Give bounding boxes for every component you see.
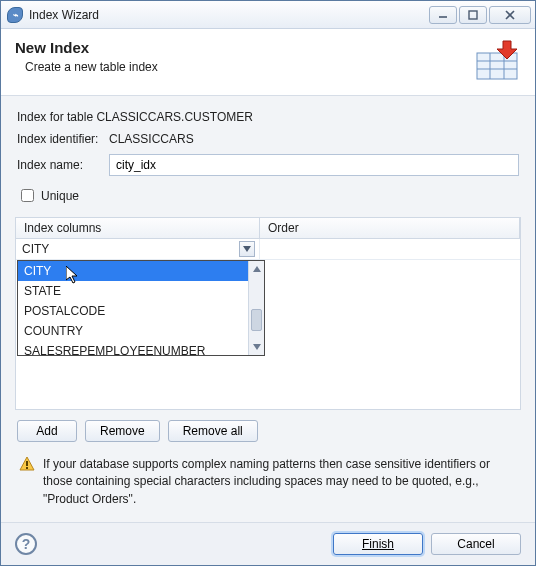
svg-rect-4	[477, 53, 517, 79]
page-subtitle: Create a new table index	[25, 60, 465, 74]
warning-icon	[19, 456, 35, 472]
column-buttons: Add Remove Remove all	[17, 420, 519, 442]
order-cell[interactable]	[260, 239, 520, 259]
warning-note: If your database supports complex naming…	[19, 456, 517, 508]
scrollbar-thumb[interactable]	[251, 309, 262, 331]
svg-rect-10	[26, 467, 28, 469]
name-label: Index name:	[17, 158, 109, 172]
titlebar: ⌁ Index Wizard	[1, 1, 535, 29]
unique-row: Unique	[17, 186, 519, 205]
dropdown-scrollbar[interactable]	[248, 261, 264, 355]
warning-text: If your database supports complex naming…	[43, 456, 517, 508]
columns-table: Index columns Order CITY CITY	[15, 217, 521, 410]
finish-label: Finish	[362, 537, 394, 551]
wizard-body: Index for table CLASSICCARS.CUSTOMER Ind…	[1, 96, 535, 522]
minimize-button[interactable]	[429, 6, 457, 24]
dropdown-item-salesrep[interactable]: SALESREPEMPLOYEENUMBER	[18, 341, 248, 355]
close-button[interactable]	[489, 6, 531, 24]
index-wizard-window: ⌁ Index Wizard New Index Create a new ta…	[0, 0, 536, 566]
page-title: New Index	[15, 39, 465, 56]
unique-checkbox[interactable]	[21, 189, 34, 202]
identifier-label: Index identifier:	[17, 132, 109, 146]
dropdown-item-postalcode[interactable]: POSTALCODE	[18, 301, 248, 321]
dropdown-item-city[interactable]: CITY	[18, 261, 248, 281]
unique-label: Unique	[41, 189, 79, 203]
svg-rect-9	[26, 461, 28, 466]
index-table-line: Index for table CLASSICCARS.CUSTOMER	[17, 110, 519, 124]
cancel-button[interactable]: Cancel	[431, 533, 521, 555]
help-icon[interactable]: ?	[15, 533, 37, 555]
window-title: Index Wizard	[29, 8, 429, 22]
name-row: Index name:	[17, 154, 519, 176]
finish-button[interactable]: Finish	[333, 533, 423, 555]
chevron-down-icon	[243, 246, 251, 252]
index-table-label: Index for table	[17, 110, 93, 124]
wizard-header: New Index Create a new table index	[1, 29, 535, 96]
wizard-footer: ? Finish Cancel	[1, 522, 535, 565]
identifier-value: CLASSICCARS	[109, 132, 194, 146]
index-table-name: CLASSICCARS.CUSTOMER	[96, 110, 252, 124]
dropdown-item-state[interactable]: STATE	[18, 281, 248, 301]
column-combo-button[interactable]	[239, 241, 255, 257]
index-name-input[interactable]	[109, 154, 519, 176]
dropdown-item-country[interactable]: COUNTRY	[18, 321, 248, 341]
column-combo-text: CITY	[22, 242, 239, 256]
remove-button[interactable]: Remove	[85, 420, 160, 442]
scrollbar-down-arrow[interactable]	[249, 339, 264, 355]
add-button[interactable]: Add	[17, 420, 77, 442]
identifier-row: Index identifier: CLASSICCARS	[17, 132, 519, 146]
column-header-index-columns[interactable]: Index columns	[16, 218, 260, 238]
remove-all-button[interactable]: Remove all	[168, 420, 258, 442]
dropdown-list: CITY STATE POSTALCODE COUNTRY SALESREPEM…	[18, 261, 248, 355]
svg-rect-1	[469, 11, 477, 19]
header-icon	[473, 39, 521, 83]
maximize-button[interactable]	[459, 6, 487, 24]
scrollbar-up-arrow[interactable]	[249, 261, 264, 277]
app-icon: ⌁	[7, 7, 23, 23]
columns-header: Index columns Order	[16, 218, 520, 239]
column-row[interactable]: CITY	[16, 239, 520, 260]
column-dropdown: CITY STATE POSTALCODE COUNTRY SALESREPEM…	[17, 260, 265, 356]
column-header-order[interactable]: Order	[260, 218, 520, 238]
